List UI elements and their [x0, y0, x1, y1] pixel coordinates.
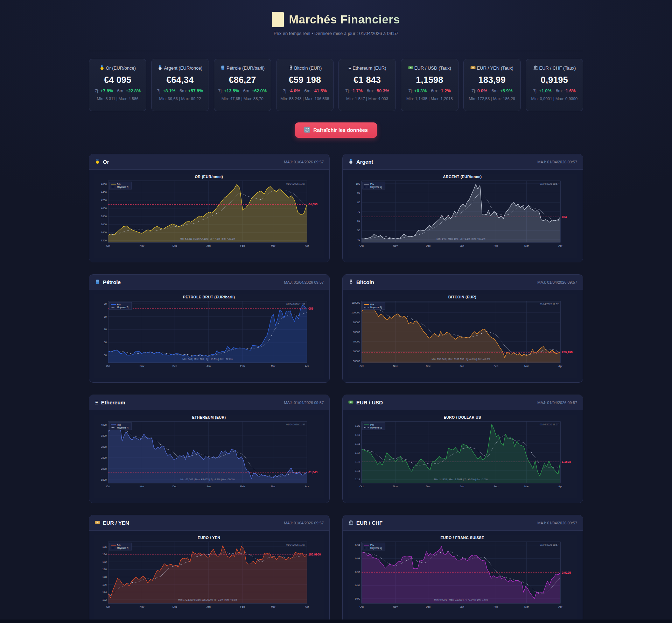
chart-panel-body: BITCOIN (EUR) 50000600007000080000900001…	[343, 290, 583, 382]
svg-text:172: 172	[102, 598, 107, 601]
svg-text:Dec: Dec	[426, 364, 431, 368]
stat-card-value: €64,34	[154, 75, 205, 85]
change-7d-label: 7j:	[218, 89, 223, 93]
chart-panel-header: EUR / USD MAJ: 01/04/2026 09:57	[343, 395, 583, 410]
svg-text:Prix: Prix	[117, 544, 121, 546]
svg-text:1.17: 1.17	[355, 451, 360, 454]
svg-text:0.93: 0.93	[355, 557, 360, 560]
svg-text:4000: 4000	[101, 207, 107, 210]
svg-text:90: 90	[357, 191, 360, 194]
stat-card-value: €86,27	[217, 75, 268, 85]
svg-text:Dec: Dec	[173, 364, 177, 368]
change-6m-label: 6m:	[556, 89, 563, 93]
svg-text:70: 70	[357, 210, 360, 213]
svg-text:Feb: Feb	[494, 364, 498, 368]
chart-panel-body: EURO / FRANC SUISSE 0.900.910.920.930.94…	[343, 531, 583, 623]
price-chart-eurusd: EURO / DOLLAR US 1.141.151.161.171.181.1…	[348, 415, 577, 498]
svg-text:4200: 4200	[101, 199, 107, 202]
svg-text:Jan: Jan	[206, 605, 211, 608]
change-6m-value: +57.8%	[188, 89, 203, 93]
svg-text:Mar: Mar	[271, 244, 275, 247]
change-7d-value: +7.8%	[100, 89, 113, 93]
stat-card: Bitcoin (EUR) €59 198 7j: -4.0% 6m: -41.…	[276, 59, 334, 111]
refresh-icon	[304, 127, 310, 134]
chart-panel-title: Pétrole	[95, 279, 121, 285]
charts-grid: Or MAJ: 01/04/2026 09:57 OR (EUR/once) 3…	[89, 154, 583, 623]
svg-text:Mar: Mar	[524, 244, 529, 247]
change-6m-label: 6m:	[367, 89, 374, 93]
chart-legend: Prix Moyenne 7j	[363, 543, 385, 550]
price-chart-or: OR (EUR/once) 32003400360038004000420044…	[94, 174, 324, 258]
change-7d-label: 7j:	[533, 89, 538, 93]
stat-card-minmax: Min: 1 547 | Max: 4 003	[342, 96, 393, 101]
stat-card-minmax: Min: 39,66 | Max: 99,22	[154, 96, 205, 101]
chart-panel-timestamp: MAJ: 01/04/2026 09:57	[284, 160, 324, 164]
change-6m-label: 6m:	[304, 89, 312, 93]
chart-panel-timestamp: MAJ: 01/04/2026 09:57	[284, 521, 324, 525]
ethereum-icon: Ξ	[95, 399, 98, 405]
svg-text:Apr: Apr	[558, 485, 562, 488]
svg-text:Apr: Apr	[305, 364, 309, 368]
svg-text:2500: 2500	[101, 456, 107, 459]
svg-text:0.92: 0.92	[355, 571, 360, 574]
chart-legend: Prix Moyenne 7j	[109, 182, 132, 189]
svg-text:Prix: Prix	[370, 544, 374, 546]
stat-card-changes: 7j: 0.0% 6m: +5.9%	[467, 89, 518, 93]
chart-panel-body: EURO / YEN 172174176178180182184186OctNo…	[89, 531, 329, 623]
svg-text:40: 40	[357, 238, 360, 241]
svg-text:Jan: Jan	[206, 485, 211, 488]
change-7d-value: +13.5%	[224, 89, 239, 93]
chart-panel-body: OR (EUR/once) 32003400360038004000420044…	[89, 170, 329, 262]
change-6m-label: 6m:	[431, 89, 438, 93]
change-6m-value: +5.9%	[500, 89, 512, 93]
chart-timestamp: 01/04/2026 11:57	[286, 303, 305, 305]
svg-text:100000: 100000	[351, 311, 360, 314]
svg-text:90: 90	[104, 302, 107, 305]
change-7d-value: +8.1%	[163, 89, 175, 93]
current-price-label: €1,843	[308, 470, 317, 474]
svg-text:3800: 3800	[101, 215, 107, 218]
change-6m-value: +22.8%	[126, 89, 141, 93]
svg-text:Oct: Oct	[359, 244, 364, 247]
chart-panel-header: Pétrole MAJ: 01/04/2026 09:57	[89, 275, 329, 290]
stat-card-minmax: Min: 47,65 | Max: 88,70	[217, 96, 268, 101]
svg-text:80000: 80000	[353, 331, 360, 334]
yen-banknote-icon	[95, 520, 100, 526]
svg-text:Mar: Mar	[524, 485, 529, 488]
svg-text:Jan: Jan	[206, 244, 211, 247]
stat-card: Or (EUR/once) €4 095 7j: +7.8% 6m: +22.8…	[89, 59, 146, 111]
svg-text:Oct: Oct	[106, 364, 111, 368]
chart-panel-title: Argent	[348, 159, 373, 165]
refresh-button-label: Rafraîchir les données	[313, 127, 368, 133]
price-chart-ethereum: ETHEREUM (EUR) 150020002500300035004000O…	[94, 415, 324, 498]
svg-text:Apr: Apr	[305, 605, 309, 608]
svg-text:Dec: Dec	[426, 485, 431, 488]
chart-panel-timestamp: MAJ: 01/04/2026 09:57	[537, 401, 577, 405]
svg-text:Prix: Prix	[117, 424, 121, 426]
change-6m-label: 6m:	[180, 89, 187, 93]
chart-stats-line: Min: €40 | Max: €99 | 7j: +8.1% | 6m: +5…	[436, 238, 485, 240]
bitcoin-icon	[348, 279, 354, 285]
change-6m-value: -1.2%	[439, 89, 451, 93]
chart-panel-argent: Argent MAJ: 01/04/2026 09:57 ARGENT (EUR…	[342, 154, 583, 262]
stat-card-minmax: Min: 172,53 | Max: 186,29	[467, 96, 518, 101]
svg-text:Nov: Nov	[140, 244, 145, 247]
svg-text:80: 80	[357, 201, 360, 204]
svg-text:Moyenne 7j: Moyenne 7j	[117, 426, 128, 429]
svg-text:60: 60	[357, 219, 360, 222]
page-header: Marchés Financiers Prix en temps réel • …	[89, 12, 583, 36]
footer-strip	[0, 620, 672, 623]
chart-panel-title: Bitcoin	[348, 279, 374, 285]
stat-card-title: Bitcoin (EUR)	[288, 65, 322, 72]
svg-text:Oct: Oct	[106, 605, 111, 608]
svg-text:180: 180	[102, 568, 107, 571]
svg-text:Prix: Prix	[370, 424, 374, 426]
svg-text:50: 50	[357, 229, 360, 232]
stat-card-title: EUR / CHF (Taux)	[533, 65, 576, 72]
svg-text:Oct: Oct	[106, 485, 111, 488]
svg-text:70000: 70000	[353, 340, 360, 343]
svg-text:184: 184	[102, 553, 107, 556]
change-7d-value: 0.0%	[477, 89, 488, 93]
chart-panel-title: EUR / YEN	[95, 520, 129, 526]
refresh-data-button[interactable]: Rafraîchir les données	[295, 122, 377, 138]
